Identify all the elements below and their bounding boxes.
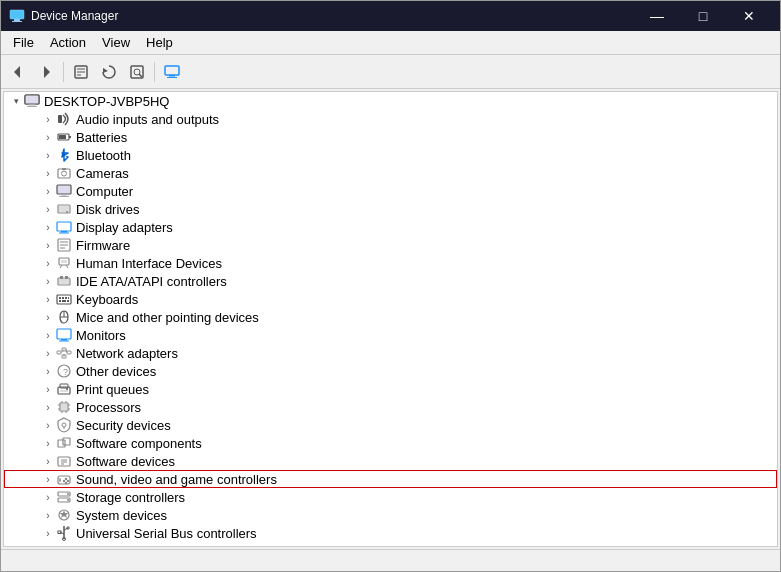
tree-item-label: Processors (76, 400, 141, 415)
svg-rect-59 (61, 339, 67, 341)
tree-item[interactable]: › Disk drives (4, 200, 777, 218)
tree-item[interactable]: › Human Interface Devices (4, 254, 777, 272)
window-title: Device Manager (31, 9, 118, 23)
tree-item[interactable]: › System devices (4, 506, 777, 524)
svg-rect-22 (59, 135, 66, 139)
tree-item-arrow: › (40, 147, 56, 163)
menu-file[interactable]: File (5, 33, 42, 52)
close-button[interactable]: ✕ (726, 1, 772, 31)
tree-item-arrow: › (40, 183, 56, 199)
tree-item[interactable]: › Monitors (4, 326, 777, 344)
tree-item-arrow: › (40, 525, 56, 541)
tree-item-arrow: › (40, 255, 56, 271)
tree-item-icon (56, 381, 72, 397)
tree-item-icon (56, 111, 72, 127)
svg-rect-45 (59, 279, 69, 284)
device-manager-window: Device Manager — □ ✕ File Action View He… (0, 0, 781, 572)
tree-item-arrow: › (40, 129, 56, 145)
window-icon (9, 8, 25, 24)
minimize-button[interactable]: — (634, 1, 680, 31)
tree-item-arrow: › (40, 273, 56, 289)
tree-item-arrow: › (40, 309, 56, 325)
svg-rect-50 (62, 297, 64, 299)
svg-rect-1 (14, 19, 20, 21)
toolbar-forward-button[interactable] (33, 59, 59, 85)
tree-item-label: Disk drives (76, 202, 140, 217)
tree-root[interactable]: ▾ DESKTOP-JVBP5HQ (4, 92, 777, 110)
svg-rect-75 (61, 404, 67, 410)
tree-item-label: Monitors (76, 328, 126, 343)
svg-rect-87 (63, 438, 70, 445)
svg-rect-27 (57, 185, 71, 194)
svg-rect-53 (59, 300, 61, 302)
tree-item[interactable]: › Mice and other pointing devices (4, 308, 777, 326)
tree-item[interactable]: › Processors (4, 398, 777, 416)
tree-item-label: Bluetooth (76, 148, 131, 163)
tree-item-label: Print queues (76, 382, 149, 397)
tree-item[interactable]: › Keyboards (4, 290, 777, 308)
toolbar-separator-1 (63, 62, 64, 82)
tree-item-icon (56, 507, 72, 523)
tree-item[interactable]: › Bluetooth (4, 146, 777, 164)
tree-item-label: Mice and other pointing devices (76, 310, 259, 325)
menu-help[interactable]: Help (138, 33, 181, 52)
svg-rect-34 (61, 231, 67, 233)
toolbar-back-button[interactable] (5, 59, 31, 85)
svg-rect-46 (60, 276, 63, 279)
tree-item-icon (56, 219, 72, 235)
tree-item-label: Software devices (76, 454, 175, 469)
tree-item-label: Audio inputs and outputs (76, 112, 219, 127)
svg-rect-20 (58, 115, 62, 123)
svg-point-96 (65, 482, 67, 484)
tree-item-label: Firmware (76, 238, 130, 253)
tree-item[interactable]: › Software devices (4, 452, 777, 470)
tree-item[interactable]: › ? Other devices (4, 362, 777, 380)
toolbar-display-button[interactable] (159, 59, 185, 85)
toolbar-properties-button[interactable] (68, 59, 94, 85)
svg-rect-72 (60, 390, 68, 392)
forward-icon (38, 64, 54, 80)
root-label: DESKTOP-JVBP5HQ (44, 94, 169, 109)
root-arrow: ▾ (8, 93, 24, 109)
tree-item[interactable]: › Computer (4, 182, 777, 200)
tree-item[interactable]: › Print queues (4, 380, 777, 398)
svg-rect-14 (169, 75, 175, 77)
svg-marker-4 (44, 66, 50, 78)
tree-item[interactable]: › Software components (4, 434, 777, 452)
svg-point-73 (66, 388, 68, 390)
tree-item[interactable]: › Display adapters (4, 218, 777, 236)
tree-item-icon (56, 525, 72, 541)
tree-item-arrow: › (40, 435, 56, 451)
tree-item[interactable]: › Security devices (4, 416, 777, 434)
toolbar-update-button[interactable] (96, 59, 122, 85)
tree-item[interactable]: › Universal Serial Bus controllers (4, 524, 777, 542)
tree-item[interactable]: › Firmware (4, 236, 777, 254)
tree-item[interactable]: › Batteries (4, 128, 777, 146)
svg-point-84 (62, 423, 66, 427)
tree-item-arrow: › (40, 507, 56, 523)
tree-item-label: Storage controllers (76, 490, 185, 505)
svg-rect-17 (25, 95, 39, 104)
tree-item[interactable]: › Sound, video and game controllers (4, 470, 777, 488)
menu-view[interactable]: View (94, 33, 138, 52)
svg-rect-61 (57, 351, 61, 354)
tree-item-arrow: › (40, 489, 56, 505)
svg-rect-28 (61, 194, 67, 196)
scan-icon (129, 64, 145, 80)
svg-point-32 (66, 211, 68, 213)
tree-item-label: Universal Serial Bus controllers (76, 526, 257, 541)
tree-item[interactable]: › Network adapters (4, 344, 777, 362)
maximize-button[interactable]: □ (680, 1, 726, 31)
menu-bar: File Action View Help (1, 31, 780, 55)
svg-marker-3 (14, 66, 20, 78)
tree-item[interactable]: › Cameras (4, 164, 777, 182)
svg-line-66 (66, 350, 67, 353)
tree-item[interactable]: › IDE ATA/ATAPI controllers (4, 272, 777, 290)
svg-rect-48 (57, 295, 71, 304)
tree-item-arrow: › (40, 453, 56, 469)
device-tree[interactable]: ▾ DESKTOP-JVBP5HQ › Audio inputs and out… (3, 91, 778, 547)
toolbar-scan-button[interactable] (124, 59, 150, 85)
menu-action[interactable]: Action (42, 33, 94, 52)
tree-item[interactable]: › Audio inputs and outputs (4, 110, 777, 128)
tree-item[interactable]: › Storage controllers (4, 488, 777, 506)
